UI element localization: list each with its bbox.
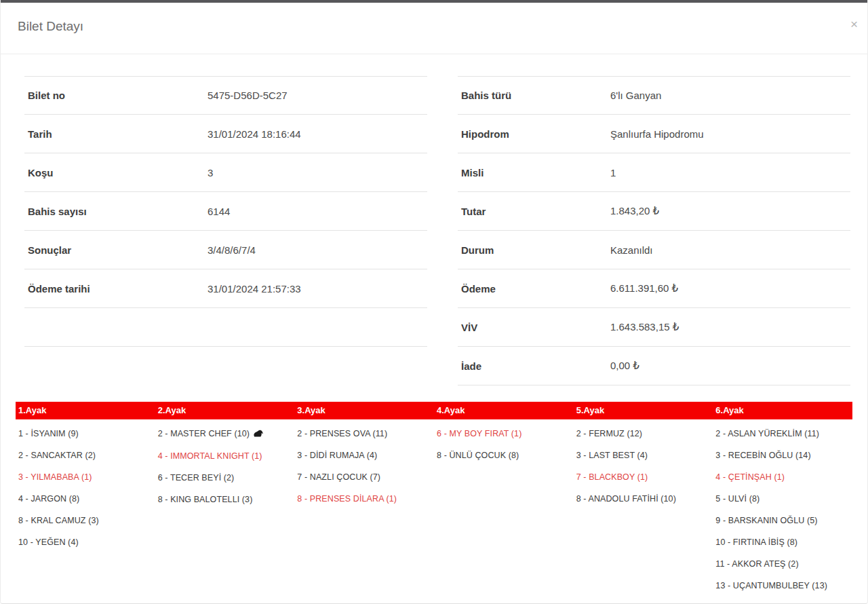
detail-value: 1: [610, 167, 616, 178]
horse-entry: 4 - ÇETİNŞAH (1): [715, 466, 851, 488]
detail-value: 1.843,20 ₺: [610, 205, 659, 217]
horse-entry: 1 - İSYANIM (9): [18, 423, 154, 445]
detail-row-tarih: Tarih 31/01/2024 18:16:44: [24, 115, 427, 153]
detail-value: Kazanıldı: [610, 244, 653, 256]
horse-entry: 8 - ÜNLÜ ÇOCUK (8): [437, 445, 572, 466]
detail-value: 6'lı Ganyan: [610, 90, 661, 101]
detail-label: Sonuçlar: [24, 244, 208, 256]
horse-entry: 11 - AKKOR ATEŞ (2): [715, 553, 851, 575]
ticket-details: Bilet no 5475-D56D-5C27 Tarih 31/01/2024…: [1, 54, 867, 385]
close-icon[interactable]: ×: [850, 18, 858, 31]
leg-header-3: 3.Ayak: [294, 402, 434, 419]
detail-row-bahis-sayisi: Bahis sayısı 6144: [24, 192, 427, 231]
horse-entry: 3 - LAST BEST (4): [576, 445, 712, 466]
legs-table: 1.Ayak 2.Ayak 3.Ayak 4.Ayak 5.Ayak 6.Aya…: [16, 402, 852, 597]
detail-label: Misli: [458, 167, 610, 178]
detail-row-sonuclar: Sonuçlar 3/4/8/6/7/4: [24, 231, 427, 269]
horse-entry: 3 - DİDİ RUMAJA (4): [297, 445, 433, 466]
detail-row-tutar: Tutar 1.843,20 ₺: [458, 192, 850, 231]
leg-column-6: 2 - ASLAN YÜREKLİM (11) 3 - RECEBİN OĞLU…: [713, 419, 852, 597]
modal-title: Bilet Detayı: [18, 19, 83, 34]
horse-entry: 4 - JARGON (8): [18, 488, 154, 510]
horse-entry: 6 - TECER BEYİ (2): [158, 467, 294, 489]
detail-label: Bahis sayısı: [24, 206, 208, 217]
detail-row-bahis-turu: Bahis türü 6'lı Ganyan: [458, 76, 850, 115]
leg-column-1: 1 - İSYANIM (9) 2 - SANCAKTAR (2) 3 - YI…: [16, 419, 155, 597]
detail-value: 5475-D56D-5C27: [208, 90, 288, 101]
horse-entry: 4 - IMMORTAL KNIGHT (1): [158, 445, 294, 467]
leg-header-5: 5.Ayak: [574, 402, 713, 419]
detail-value: Şanlıurfa Hipodromu: [610, 128, 704, 140]
details-left-column: Bilet no 5475-D56D-5C27 Tarih 31/01/2024…: [24, 76, 427, 385]
horse-entry: 10 - FIRTINA İBİŞ (8): [715, 531, 851, 553]
horse-text: 2 - MASTER CHEF (10): [158, 429, 250, 438]
legs-header-row: 1.Ayak 2.Ayak 3.Ayak 4.Ayak 5.Ayak 6.Aya…: [16, 402, 852, 419]
horse-entry: 2 - PRENSES OVA (11): [297, 423, 433, 445]
horse-entry: 7 - BLACKBOY (1): [576, 466, 712, 488]
detail-label: Koşu: [24, 167, 208, 178]
detail-value: 1.643.583,15 ₺: [610, 321, 679, 333]
detail-row-misli: Misli 1: [458, 153, 850, 192]
detail-label: Ödeme: [458, 283, 610, 295]
horse-entry: 8 - ANADOLU FATİHİ (10): [576, 488, 712, 510]
horse-entry: 2 - ASLAN YÜREKLİM (11): [715, 423, 851, 445]
detail-label: Ödeme tarihi: [24, 283, 208, 295]
detail-label: Bilet no: [24, 90, 208, 101]
detail-row-hipodrom: Hipodrom Şanlıurfa Hipodromu: [458, 115, 850, 153]
details-right-column: Bahis türü 6'lı Ganyan Hipodrom Şanlıurf…: [458, 76, 850, 385]
leg-header-1: 1.Ayak: [16, 402, 155, 419]
modal-header: Bilet Detayı ×: [1, 3, 867, 54]
horse-entry: 9 - BARSKANIN OĞLU (5): [715, 510, 851, 531]
horse-entry: 2 - FERMUZ (12): [576, 423, 712, 445]
detail-row-odeme: Ödeme 6.611.391,60 ₺: [458, 269, 850, 308]
detail-value: 0,00 ₺: [610, 360, 639, 372]
horse-entry: 6 - MY BOY FIRAT (1): [437, 423, 572, 445]
detail-label: Durum: [458, 244, 610, 256]
detail-row-iade: İade 0,00 ₺: [458, 347, 850, 385]
detail-row-empty: [24, 308, 427, 347]
leg-header-6: 6.Ayak: [713, 402, 852, 419]
leg-header-4: 4.Ayak: [434, 402, 574, 419]
horse-entry: 8 - KING BALOTELLI (3): [158, 489, 294, 510]
detail-row-kosu: Koşu 3: [24, 153, 427, 192]
horse-entry: 13 - UÇANTUMBULBEY (13): [715, 575, 851, 597]
detail-value: 31/01/2024 21:57:33: [208, 283, 301, 295]
horse-entry: 2 - SANCAKTAR (2): [18, 445, 154, 466]
horse-entry: 2 - MASTER CHEF (10): [158, 423, 294, 445]
detail-label: Bahis türü: [458, 90, 610, 101]
detail-row-viv: VİV 1.643.583,15 ₺: [458, 308, 850, 347]
detail-row-bilet-no: Bilet no 5475-D56D-5C27: [24, 76, 427, 115]
detail-value: 31/01/2024 18:16:44: [208, 128, 301, 140]
leg-header-2: 2.Ayak: [155, 402, 295, 419]
leg-column-5: 2 - FERMUZ (12) 3 - LAST BEST (4) 7 - BL…: [574, 419, 713, 597]
horse-entry: 8 - KRAL CAMUZ (3): [18, 510, 154, 531]
legs-body: 1 - İSYANIM (9) 2 - SANCAKTAR (2) 3 - YI…: [16, 419, 852, 597]
detail-label: VİV: [458, 322, 610, 333]
detail-row-durum: Durum Kazanıldı: [458, 231, 850, 269]
detail-value: 3/4/8/6/7/4: [208, 244, 256, 256]
detail-label: Hipodrom: [458, 128, 610, 140]
horse-entry: 7 - NAZLI ÇOCUK (7): [297, 466, 433, 488]
detail-row-odeme-tarihi: Ödeme tarihi 31/01/2024 21:57:33: [24, 269, 427, 308]
detail-value: 6.611.391,60 ₺: [610, 282, 678, 295]
horse-entry: 8 - PRENSES DİLARA (1): [297, 488, 433, 510]
detail-label: Tutar: [458, 206, 610, 217]
horse-entry: 10 - YEĞEN (4): [18, 531, 154, 553]
leg-column-2: 2 - MASTER CHEF (10) 4 - IMMORTAL KNIGHT…: [155, 419, 295, 597]
detail-value: 6144: [208, 206, 230, 217]
detail-value: 3: [208, 167, 213, 178]
leg-column-3: 2 - PRENSES OVA (11) 3 - DİDİ RUMAJA (4)…: [294, 419, 434, 597]
horse-silhouette-icon: [252, 423, 264, 445]
horse-entry: 3 - YILMABABA (1): [18, 466, 154, 488]
detail-label: İade: [458, 360, 610, 372]
detail-label: Tarih: [24, 128, 208, 140]
horse-entry: 3 - RECEBİN OĞLU (14): [715, 445, 851, 466]
leg-column-4: 6 - MY BOY FIRAT (1) 8 - ÜNLÜ ÇOCUK (8): [434, 419, 574, 597]
horse-entry: 5 - ULVİ (8): [715, 488, 851, 510]
